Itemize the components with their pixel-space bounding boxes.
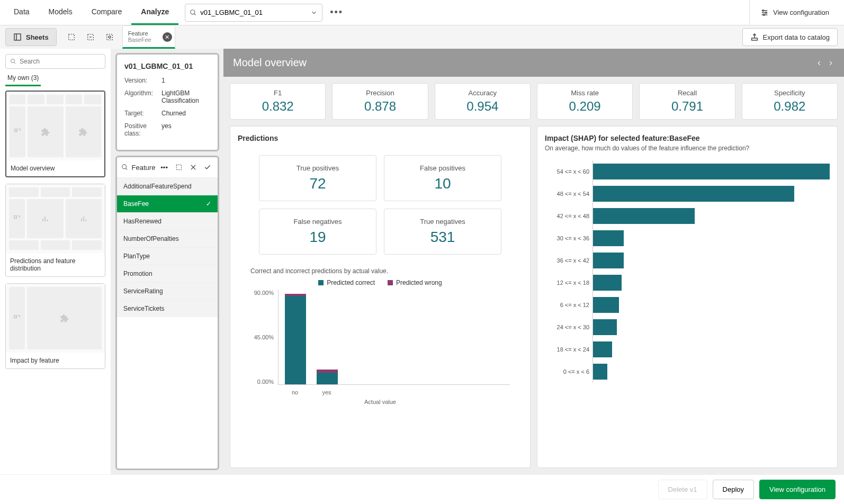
- export-data-button[interactable]: Export data to catalog: [742, 28, 838, 46]
- chevron-down-icon[interactable]: [310, 9, 318, 16]
- shap-row: 36 <= x < 42: [545, 249, 830, 272]
- svg-rect-19: [14, 216, 17, 219]
- pred-legend: Predicted correct Predicted wrong: [238, 279, 523, 286]
- model-search[interactable]: [185, 4, 322, 22]
- sidebar-search[interactable]: [5, 54, 105, 69]
- sheet-thumb-model-overview[interactable]: Model overview: [5, 91, 105, 177]
- sheets-button[interactable]: Sheets: [5, 28, 57, 46]
- confusion-box: False negatives19: [259, 209, 376, 255]
- shap-subtitle: On average, how much do values of the fe…: [545, 145, 830, 152]
- shap-row: 24 <= x < 30: [545, 316, 830, 338]
- shap-row: 18 <= x < 24: [545, 338, 830, 361]
- deploy-button[interactable]: Deploy: [713, 480, 754, 499]
- metric-card: Miss rate0.209: [537, 83, 633, 120]
- prev-sheet[interactable]: ‹: [815, 55, 823, 70]
- selection-icon[interactable]: [173, 161, 184, 173]
- close-icon[interactable]: [187, 161, 199, 173]
- selection-tool-2[interactable]: [83, 30, 98, 44]
- tab-analyze[interactable]: Analyze: [131, 0, 178, 25]
- sheets-label: Sheets: [26, 33, 49, 41]
- sheets-sidebar: My own (3) Model overview: [0, 49, 111, 474]
- predictions-title: Predictions: [238, 134, 523, 142]
- svg-point-27: [122, 165, 127, 169]
- metric-card: Precision0.878: [332, 83, 428, 120]
- shap-panel: Impact (SHAP) for selected feature:BaseF…: [537, 126, 838, 468]
- svg-rect-26: [14, 316, 17, 318]
- feature-item[interactable]: Promotion: [117, 265, 218, 282]
- sheet-thumb-predictions[interactable]: Predictions and feature distribution: [5, 184, 105, 277]
- footer-actions: Delete v1 Deploy View configuration: [0, 474, 844, 504]
- feature-item[interactable]: HasRenewed: [117, 212, 218, 230]
- search-icon[interactable]: [121, 164, 129, 171]
- feature-panel-label: Feature: [132, 164, 156, 172]
- thumb-label: Predictions and feature distribution: [6, 253, 105, 276]
- svg-point-14: [109, 36, 111, 38]
- svg-rect-29: [176, 165, 181, 169]
- more-icon[interactable]: •••: [158, 161, 169, 173]
- metric-card: F10.832: [230, 83, 326, 120]
- svg-rect-18: [15, 129, 17, 132]
- thumb-label: Model overview: [6, 160, 104, 176]
- puzzle-icon: [41, 127, 50, 137]
- sliders-icon: [760, 8, 769, 17]
- svg-rect-15: [751, 38, 757, 40]
- selection-tool-1[interactable]: [64, 30, 79, 44]
- search-icon: [190, 9, 197, 16]
- shap-row: 6 <= x < 12: [545, 294, 830, 316]
- export-label: Export data to catalog: [763, 33, 830, 41]
- svg-line-17: [14, 62, 16, 64]
- shap-row: 12 <= x < 18: [545, 272, 830, 294]
- expand-icon: [13, 215, 21, 222]
- svg-point-7: [763, 14, 765, 15]
- shap-row: 42 <= x < 48: [545, 205, 830, 227]
- shap-row: 54 <= x < 60: [545, 160, 830, 183]
- metric-card: Recall0.791: [639, 83, 735, 120]
- metrics-row: F10.832Precision0.878Accuracy0.954Miss r…: [223, 77, 844, 126]
- page-title: Model overview: [233, 57, 815, 69]
- feature-item[interactable]: ServiceTickets: [117, 300, 218, 317]
- close-icon[interactable]: ✕: [163, 32, 172, 42]
- metric-card: Specificity0.982: [742, 83, 838, 120]
- more-menu[interactable]: •••: [322, 7, 351, 18]
- pred-xlabel: Actual value: [238, 399, 523, 405]
- shap-title: Impact (SHAP) for selected feature:BaseF…: [545, 134, 830, 142]
- feature-item[interactable]: ServiceRating: [117, 282, 218, 300]
- feature-item[interactable]: NumberOfPenalties: [117, 230, 218, 247]
- thumb-label: Impact by feature: [6, 353, 105, 368]
- metric-card: Accuracy0.954: [435, 83, 531, 120]
- shap-bar-chart: 54 <= x < 6048 <= x < 5442 <= x < 4830 <…: [545, 160, 830, 383]
- bar-chart-icon: [79, 214, 88, 223]
- feature-item[interactable]: AdditionalFeatureSpend: [117, 177, 218, 195]
- svg-point-16: [11, 59, 15, 63]
- sheet-thumb-impact[interactable]: Impact by feature: [5, 283, 105, 369]
- svg-point-0: [191, 10, 195, 14]
- view-configuration-link[interactable]: View configuration: [749, 0, 840, 25]
- sidebar-search-input[interactable]: [20, 58, 101, 65]
- predictions-bar-chart: 90.00% 45.00% 0.00% noyes: [250, 290, 510, 395]
- next-sheet[interactable]: ›: [827, 55, 834, 70]
- shap-row: 48 <= x < 54: [545, 183, 830, 205]
- bar-stack: [285, 290, 306, 384]
- feature-item[interactable]: PlanType: [117, 247, 218, 265]
- svg-rect-10: [68, 34, 74, 40]
- page-header: Model overview ‹ ›: [223, 49, 844, 77]
- view-config-label: View configuration: [773, 8, 829, 16]
- model-info-card: v01_LGBMC_01_01 Version:1 Algorithm:Ligh…: [115, 53, 219, 151]
- tab-compare[interactable]: Compare: [82, 0, 132, 25]
- confusion-box: True negatives531: [384, 209, 501, 255]
- tab-models[interactable]: Models: [39, 0, 82, 25]
- feature-filter-tab[interactable]: Feature BaseFee ✕: [122, 25, 175, 49]
- my-own-tab[interactable]: My own (3): [5, 69, 41, 86]
- pred-chart-title: Correct and incorrect predictions by act…: [250, 267, 523, 275]
- selection-tool-3[interactable]: [102, 30, 117, 44]
- view-configuration-button[interactable]: View configuration: [759, 480, 836, 499]
- svg-rect-13: [106, 34, 112, 40]
- check-icon: ✓: [206, 200, 211, 208]
- confirm-icon[interactable]: [202, 161, 213, 173]
- top-tabs: Data Models Compare Analyze: [4, 0, 178, 25]
- confusion-box: False positives10: [384, 155, 501, 201]
- tab-data[interactable]: Data: [4, 0, 39, 25]
- feature-item[interactable]: BaseFee✓: [117, 195, 218, 212]
- export-icon: [750, 33, 759, 41]
- model-search-input[interactable]: [200, 8, 308, 16]
